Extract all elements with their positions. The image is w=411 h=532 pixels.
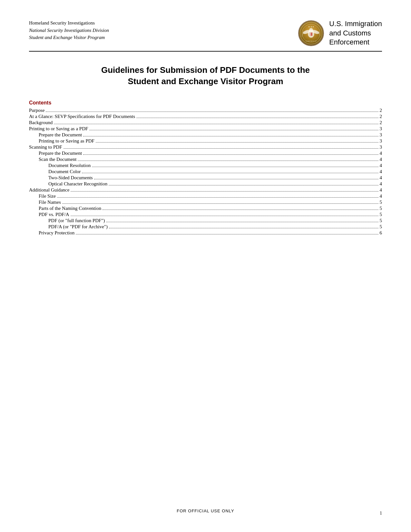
- toc-item: Parts of the Naming Convention5: [29, 206, 382, 211]
- toc-dots: [46, 112, 378, 112]
- toc-entry-text: File Names: [29, 200, 61, 205]
- toc-entry-text: Optical Character Recognition: [29, 181, 107, 187]
- header-right: ★ ★ ★ DEPARTMENT OF HOMELAND SECURITY U.…: [298, 19, 382, 47]
- toc-page-number: 5: [380, 200, 382, 205]
- toc-dots: [57, 197, 378, 198]
- toc-page-number: 5: [380, 212, 382, 217]
- title-line1: Guidelines for Submission of PDF Documen…: [29, 64, 382, 76]
- toc-item: Document Color4: [29, 169, 382, 174]
- toc-dots: [62, 203, 378, 204]
- seal-inner: ★ ★ ★ DEPARTMENT OF HOMELAND SECURITY: [300, 22, 322, 44]
- toc-entry-text: PDF/A (or "PDF for Archive"): [29, 224, 108, 230]
- header-left: Homeland Security Investigations Nationa…: [29, 19, 109, 41]
- toc-item: Two-Sided Documents4: [29, 175, 382, 181]
- toc-page-number: 5: [380, 218, 382, 223]
- toc-dots: [106, 222, 378, 222]
- program-name: Student and Exchange Visitor Program: [29, 34, 109, 41]
- toc-item: At a Glance: SEVP Specifications for PDF…: [29, 114, 382, 119]
- svg-text:DEPARTMENT OF: DEPARTMENT OF: [306, 40, 317, 42]
- toc-dots: [78, 161, 378, 161]
- toc-entry-text: Background: [29, 120, 53, 125]
- toc-page-number: 3: [380, 126, 382, 132]
- toc-page-number: 3: [380, 138, 382, 144]
- toc-item: Prepare the Document3: [29, 132, 382, 138]
- toc-page-number: 4: [380, 151, 382, 156]
- footer-official-text: FOR OFFICIAL USE ONLY: [0, 508, 411, 513]
- toc-entry-text: File Size: [29, 193, 56, 199]
- toc-page-number: 5: [380, 224, 382, 230]
- toc-item: File Size4: [29, 193, 382, 199]
- sub-division-name: National Security Investigations Divisio…: [29, 27, 109, 34]
- agency-title: U.S. Immigration and Customs Enforcement: [329, 19, 382, 47]
- toc-page-number: 4: [380, 181, 382, 187]
- toc-dots: [89, 130, 378, 130]
- toc-item: PDF/A (or "PDF for Archive")5: [29, 224, 382, 230]
- dhs-seal: ★ ★ ★ DEPARTMENT OF HOMELAND SECURITY: [298, 20, 324, 46]
- toc-page-number: 2: [380, 108, 382, 113]
- toc-item: PDF (or "full function PDF")5: [29, 218, 382, 223]
- page: Homeland Security Investigations Nationa…: [0, 0, 411, 532]
- agency-line1: U.S. Immigration: [329, 19, 382, 29]
- toc-item: Printing to or Saving as a PDF3: [29, 126, 382, 132]
- toc-entry-text: Parts of the Naming Convention: [29, 206, 101, 211]
- toc-item: Privacy Protection6: [29, 230, 382, 236]
- toc-dots: [92, 167, 378, 167]
- agency-line3: Enforcement: [329, 38, 382, 47]
- toc-entry-text: Scanning to PDF: [29, 144, 62, 150]
- toc-dots: [71, 216, 378, 216]
- toc-entry-text: Printing to or Saving as PDF: [29, 138, 94, 144]
- toc-item: Printing to or Saving as PDF3: [29, 138, 382, 144]
- toc-entry-text: Printing to or Saving as a PDF: [29, 126, 88, 132]
- toc-dots: [82, 173, 378, 173]
- toc-dots: [83, 154, 378, 155]
- toc-entry-text: PDF vs. PDF/A: [29, 212, 69, 217]
- toc-entry-text: Prepare the Document: [29, 151, 82, 156]
- toc-page-number: 4: [380, 169, 382, 174]
- toc-page-number: 2: [380, 120, 382, 125]
- header: Homeland Security Investigations Nationa…: [29, 19, 382, 47]
- toc-dots: [109, 185, 378, 185]
- toc-dots: [64, 148, 378, 149]
- footer: FOR OFFICIAL USE ONLY: [0, 508, 411, 516]
- footer-page-number: 1: [380, 511, 382, 516]
- toc-entry-text: Prepare the Document: [29, 132, 82, 138]
- toc-item: Scan the Document4: [29, 157, 382, 162]
- svg-point-4: [309, 28, 313, 32]
- toc-entry-text: Document Color: [29, 169, 81, 174]
- toc-page-number: 4: [380, 187, 382, 193]
- toc-entry-text: Document Resolution: [29, 163, 91, 168]
- toc-dots: [71, 191, 378, 192]
- toc-page-number: 3: [380, 144, 382, 150]
- contents-label: Contents: [29, 100, 382, 106]
- main-title: Guidelines for Submission of PDF Documen…: [29, 64, 382, 87]
- toc-item: Scanning to PDF3: [29, 144, 382, 150]
- toc-item: File Names5: [29, 200, 382, 205]
- toc-entry-text: Scan the Document: [29, 157, 76, 162]
- toc-page-number: 4: [380, 193, 382, 199]
- toc-page-number: 6: [380, 230, 382, 236]
- toc-entry-text: At a Glance: SEVP Specifications for PDF…: [29, 114, 135, 119]
- seal-svg: ★ ★ ★ DEPARTMENT OF HOMELAND SECURITY: [301, 24, 321, 43]
- toc-page-number: 4: [380, 175, 382, 181]
- toc-page-number: 4: [380, 157, 382, 162]
- toc-dots: [94, 179, 378, 179]
- toc-entry-text: PDF (or "full function PDF"): [29, 218, 105, 223]
- svg-rect-6: [310, 33, 311, 36]
- toc-item: Additional Guidance4: [29, 187, 382, 193]
- toc-page-number: 5: [380, 206, 382, 211]
- toc-dots: [96, 142, 378, 143]
- toc-dots: [54, 124, 378, 124]
- header-divider: [29, 51, 382, 52]
- toc-entry-text: Privacy Protection: [29, 230, 74, 236]
- toc-dots: [76, 234, 378, 234]
- toc-dots: [109, 228, 378, 228]
- toc-page-number: 3: [380, 132, 382, 138]
- toc-item: Background2: [29, 120, 382, 125]
- toc-entry-text: Purpose: [29, 108, 44, 113]
- toc-item: PDF vs. PDF/A5: [29, 212, 382, 217]
- svg-text:★ ★ ★: ★ ★ ★: [308, 26, 314, 28]
- toc-table: Purpose2At a Glance: SEVP Specifications…: [29, 108, 382, 236]
- toc-item: Document Resolution4: [29, 163, 382, 168]
- toc-entry-text: Two-Sided Documents: [29, 175, 93, 181]
- toc-dots: [83, 136, 378, 136]
